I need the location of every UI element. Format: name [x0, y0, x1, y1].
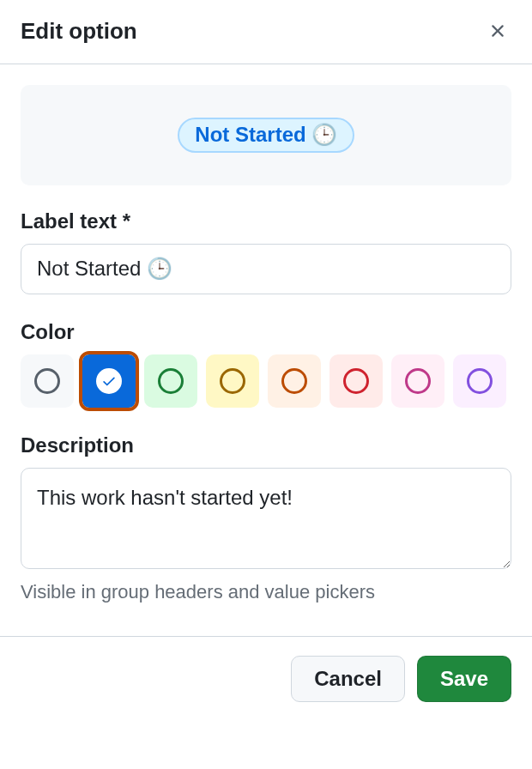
close-icon — [487, 21, 508, 41]
circle-icon — [158, 368, 184, 394]
circle-icon — [220, 368, 245, 394]
dialog-footer: Cancel Save — [0, 636, 532, 721]
dialog-body: Not Started 🕒 Label text * Color — [0, 64, 532, 624]
color-swatch-orange[interactable] — [268, 354, 321, 408]
color-options — [21, 354, 511, 408]
circle-icon — [343, 368, 369, 394]
save-button[interactable]: Save — [417, 656, 511, 702]
dialog-header: Edit option — [0, 0, 532, 64]
circle-icon — [467, 368, 493, 394]
color-swatch-blue[interactable] — [82, 354, 136, 408]
dialog-title: Edit option — [21, 18, 137, 45]
color-label: Color — [21, 320, 511, 344]
color-swatch-purple[interactable] — [453, 354, 506, 408]
color-swatch-pink[interactable] — [391, 354, 444, 408]
cancel-button[interactable]: Cancel — [291, 656, 405, 702]
description-input[interactable] — [21, 468, 511, 569]
color-swatch-red[interactable] — [329, 354, 383, 408]
check-icon — [101, 373, 117, 389]
label-text-input[interactable] — [21, 244, 511, 294]
preview-panel: Not Started 🕒 — [21, 85, 511, 185]
color-swatch-yellow[interactable] — [206, 354, 259, 408]
circle-icon — [34, 368, 60, 394]
label-text-label: Label text * — [21, 209, 511, 233]
close-button[interactable] — [484, 17, 511, 45]
circle-icon — [405, 368, 431, 394]
color-swatch-gray[interactable] — [21, 354, 74, 408]
preview-label: Not Started — [195, 123, 305, 148]
clock-icon: 🕒 — [311, 123, 337, 148]
color-swatch-green[interactable] — [144, 354, 197, 408]
circle-icon — [281, 368, 307, 394]
description-field: Description Visible in group headers and… — [21, 433, 511, 603]
check-circle-icon — [96, 368, 122, 394]
description-hint: Visible in group headers and value picke… — [21, 581, 511, 603]
color-field: Color — [21, 320, 511, 408]
label-text-field: Label text * — [21, 209, 511, 294]
description-label: Description — [21, 433, 511, 457]
preview-pill: Not Started 🕒 — [178, 118, 354, 153]
